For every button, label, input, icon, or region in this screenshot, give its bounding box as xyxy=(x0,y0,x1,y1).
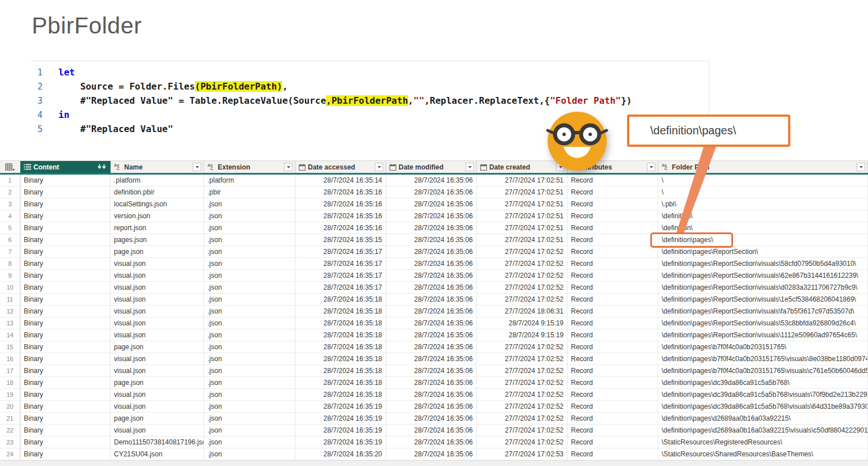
cell-accessed[interactable]: 28/7/2024 16:35:17 xyxy=(295,258,386,270)
cell-content[interactable]: Binary xyxy=(20,413,111,425)
cell-modified[interactable]: 28/7/2024 16:35:06 xyxy=(386,341,477,353)
cell-content[interactable]: Binary xyxy=(20,353,111,365)
cell-modified[interactable]: 28/7/2024 16:35:06 xyxy=(386,329,477,341)
cell-path[interactable]: \definition\pages\ReportSection\visuals\… xyxy=(658,329,868,341)
cell-created[interactable]: 27/7/2024 17:02:52 xyxy=(477,413,568,425)
cell-name[interactable]: visual.json xyxy=(111,365,204,377)
cell-accessed[interactable]: 28/7/2024 16:35:19 xyxy=(295,425,386,437)
cell-modified[interactable]: 28/7/2024 16:35:06 xyxy=(386,448,477,460)
filter-button[interactable] xyxy=(465,163,474,171)
cell-created[interactable]: 27/7/2024 17:02:52 xyxy=(477,341,568,353)
cell-name[interactable]: page.json xyxy=(111,246,204,258)
cell-path[interactable]: \definition\pages\b7f0f4c0a0b203151765\v… xyxy=(658,365,868,377)
cell-name[interactable]: page.json xyxy=(111,341,204,353)
cell-path[interactable]: \definition\pages\dc39da86ca91c5a5b768\v… xyxy=(658,401,868,413)
cell-accessed[interactable]: 28/7/2024 16:35:16 xyxy=(295,210,386,222)
cell-accessed[interactable]: 28/7/2024 16:35:18 xyxy=(295,294,386,306)
column-header-name[interactable]: ABCName xyxy=(111,161,204,173)
cell-created[interactable]: 27/7/2024 18:06:31 xyxy=(477,306,568,317)
filter-button[interactable] xyxy=(857,163,865,171)
cell-modified[interactable]: 28/7/2024 16:35:06 xyxy=(386,437,477,448)
cell-accessed[interactable]: 28/7/2024 16:35:18 xyxy=(295,306,386,317)
cell-ext[interactable]: .json xyxy=(204,317,295,329)
cell-created[interactable]: 27/7/2024 17:02:52 xyxy=(477,365,568,377)
filter-button[interactable] xyxy=(284,163,293,171)
cell-created[interactable]: 27/7/2024 17:02:52 xyxy=(477,353,568,365)
cell-accessed[interactable]: 28/7/2024 16:35:16 xyxy=(295,222,386,234)
cell-created[interactable]: 27/7/2024 17:02:52 xyxy=(477,282,568,294)
cell-path[interactable]: \definition\pages\b7f0f4c0a0b203151765\v… xyxy=(658,353,868,365)
cell-attributes[interactable]: Record xyxy=(568,413,658,425)
cell-attributes[interactable]: Record xyxy=(568,425,658,437)
cell-name[interactable]: page.json xyxy=(111,413,204,425)
cell-accessed[interactable]: 28/7/2024 16:35:17 xyxy=(295,282,386,294)
cell-ext[interactable]: .json xyxy=(204,294,295,306)
cell-content[interactable]: Binary xyxy=(20,306,111,317)
cell-created[interactable]: 27/7/2024 17:02:52 xyxy=(477,377,568,389)
cell-ext[interactable]: .json xyxy=(204,341,295,353)
cell-accessed[interactable]: 28/7/2024 16:35:16 xyxy=(295,187,386,198)
cell-created[interactable]: 27/7/2024 17:02:51 xyxy=(477,234,568,246)
cell-ext[interactable]: .json xyxy=(204,210,295,222)
cell-attributes[interactable]: Record xyxy=(568,234,658,246)
cell-attributes[interactable]: Record xyxy=(568,365,658,377)
cell-attributes[interactable]: Record xyxy=(568,317,658,329)
cell-modified[interactable]: 28/7/2024 16:35:06 xyxy=(386,353,477,365)
cell-ext[interactable]: .json xyxy=(204,222,295,234)
cell-ext[interactable]: .json xyxy=(204,413,295,425)
cell-attributes[interactable]: Record xyxy=(568,282,658,294)
cell-content[interactable]: Binary xyxy=(20,270,111,282)
cell-name[interactable]: visual.json xyxy=(111,401,204,413)
column-header-folder-path[interactable]: ABCFolder Path xyxy=(658,161,868,173)
cell-path[interactable]: \definition\pages\b7f0f4c0a0b203151765\ xyxy=(658,341,868,353)
cell-content[interactable]: Binary xyxy=(20,175,111,187)
cell-accessed[interactable]: 28/7/2024 16:35:20 xyxy=(295,448,386,460)
cell-content[interactable]: Binary xyxy=(20,401,111,413)
cell-ext[interactable]: .json xyxy=(204,425,295,437)
cell-accessed[interactable]: 28/7/2024 16:35:18 xyxy=(295,377,386,389)
cell-accessed[interactable]: 28/7/2024 16:35:19 xyxy=(295,413,386,425)
cell-accessed[interactable]: 28/7/2024 16:35:18 xyxy=(295,389,386,401)
cell-attributes[interactable]: Record xyxy=(568,389,658,401)
cell-modified[interactable]: 28/7/2024 16:35:06 xyxy=(386,258,477,270)
cell-path[interactable]: \definition\pages\ReportSection\visuals\… xyxy=(658,317,868,329)
cell-attributes[interactable]: Record xyxy=(568,187,658,198)
cell-content[interactable]: Binary xyxy=(20,448,111,460)
cell-attributes[interactable]: Record xyxy=(568,377,658,389)
cell-name[interactable]: pages.json xyxy=(111,234,204,246)
cell-attributes[interactable]: Record xyxy=(568,448,658,460)
cell-attributes[interactable]: Record xyxy=(568,294,658,306)
cell-ext[interactable]: .json xyxy=(204,329,295,341)
cell-modified[interactable]: 28/7/2024 16:35:06 xyxy=(386,413,477,425)
column-header-content[interactable]: Content xyxy=(20,161,111,173)
cell-ext[interactable]: .json xyxy=(204,401,295,413)
cell-attributes[interactable]: Record xyxy=(568,401,658,413)
cell-path[interactable]: \definition\ xyxy=(658,210,868,222)
cell-ext[interactable]: .json xyxy=(204,270,295,282)
cell-modified[interactable]: 28/7/2024 16:35:06 xyxy=(386,365,477,377)
cell-attributes[interactable]: Record xyxy=(568,175,658,187)
cell-modified[interactable]: 28/7/2024 16:35:06 xyxy=(386,294,477,306)
cell-modified[interactable]: 28/7/2024 16:35:06 xyxy=(386,282,477,294)
table-menu-button[interactable] xyxy=(0,161,20,173)
cell-created[interactable]: 28/7/2024 9:15:19 xyxy=(477,329,568,341)
cell-path[interactable]: \StaticResources\RegisteredResources\ xyxy=(658,437,868,448)
cell-attributes[interactable]: Record xyxy=(568,198,658,210)
cell-path[interactable]: \definition\pages\ReportSection\visuals\… xyxy=(658,270,868,282)
cell-content[interactable]: Binary xyxy=(20,187,111,198)
cell-content[interactable]: Binary xyxy=(20,377,111,389)
cell-content[interactable]: Binary xyxy=(20,198,111,210)
cell-ext[interactable]: .json xyxy=(204,306,295,317)
cell-content[interactable]: Binary xyxy=(20,341,111,353)
cell-attributes[interactable]: Record xyxy=(568,210,658,222)
cell-modified[interactable]: 28/7/2024 16:35:06 xyxy=(386,210,477,222)
cell-content[interactable]: Binary xyxy=(20,234,111,246)
cell-path[interactable]: \definition\pages\ReportSection\ xyxy=(658,246,868,258)
cell-created[interactable]: 27/7/2024 17:02:52 xyxy=(477,425,568,437)
cell-name[interactable]: page.json xyxy=(111,377,204,389)
cell-accessed[interactable]: 28/7/2024 16:35:18 xyxy=(295,353,386,365)
cell-name[interactable]: definition.pbir xyxy=(111,187,204,198)
filter-button[interactable] xyxy=(375,163,383,171)
cell-accessed[interactable]: 28/7/2024 16:35:18 xyxy=(295,341,386,353)
cell-path[interactable]: \definition\pages\ReportSection\visuals\… xyxy=(658,306,868,317)
